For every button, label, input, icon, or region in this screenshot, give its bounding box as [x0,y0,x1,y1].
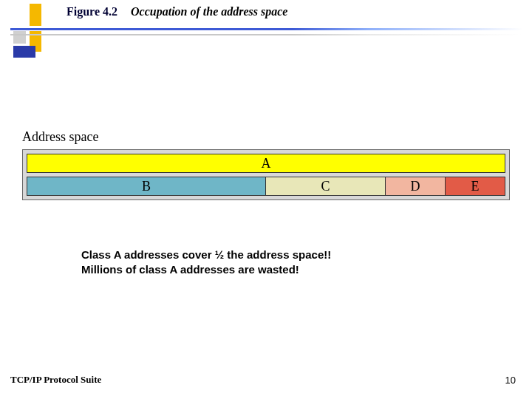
header-rule-gray [10,34,523,35]
header-rule-blue [10,28,523,30]
caption-line-1: Class A addresses cover ½ the address sp… [81,248,331,262]
segment-class-d: D [386,177,446,196]
decoration-yellow-top [30,4,41,26]
figure-address-space: Address space A B C D E [22,129,510,200]
bar-row-a: A [27,154,505,173]
page-number: 10 [505,375,516,386]
segment-class-b: B [27,177,266,196]
footer-source: TCP/IP Protocol Suite [10,374,101,386]
address-space-chart: A B C D E [22,149,510,200]
decoration-blue-bar [13,46,35,58]
caption-line-2: Millions of class A addresses are wasted… [81,262,331,277]
segment-class-a: A [27,154,505,173]
slide-header: Figure 4.2 Occupation of the address spa… [0,0,532,70]
caption-block: Class A addresses cover ½ the address sp… [81,248,331,278]
address-space-label: Address space [22,129,510,145]
header-title: Figure 4.2 Occupation of the address spa… [66,5,287,18]
segment-class-e: E [446,177,505,196]
decoration-gray-square [13,31,26,44]
bar-row-bcde: B C D E [27,177,505,196]
figure-caption: Occupation of the address space [131,5,287,18]
figure-number: Figure 4.2 [66,5,117,18]
segment-class-c: C [266,177,386,196]
